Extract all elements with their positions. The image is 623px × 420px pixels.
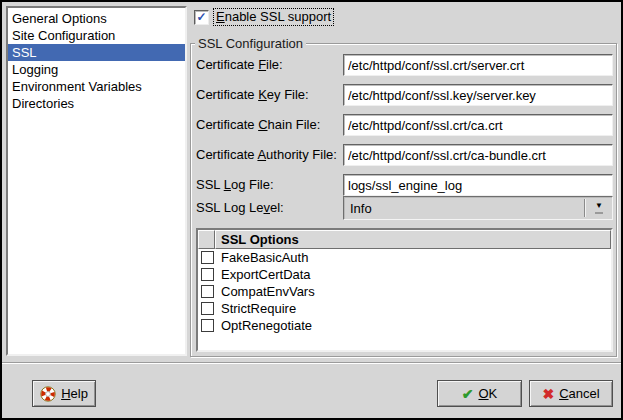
ssl-options-column-header[interactable]: SSL Options bbox=[215, 230, 611, 249]
combo-arrow-button[interactable]: ▼ bbox=[586, 202, 612, 214]
combo-grip bbox=[595, 212, 603, 214]
certificate-file-input[interactable] bbox=[343, 54, 613, 76]
table-row-strictrequire[interactable]: StrictRequire bbox=[198, 300, 611, 317]
sidebar-item-logging[interactable]: Logging bbox=[8, 61, 185, 78]
checkmark-icon: ✓ bbox=[196, 11, 206, 23]
certificate-file-label: Certificate File: bbox=[196, 57, 283, 73]
ssl-configuration-group-title: SSL Configuration bbox=[195, 36, 306, 51]
certificate-key-file-input[interactable] bbox=[343, 84, 613, 106]
sidebar-item-ssl[interactable]: SSL bbox=[8, 44, 185, 61]
certificate-key-file-label: Certificate Key File: bbox=[196, 87, 309, 103]
exportcertdata-checkbox[interactable] bbox=[201, 268, 214, 281]
certificate-authority-file-label: Certificate Authority File: bbox=[196, 147, 337, 163]
ssl-log-file-input[interactable] bbox=[343, 174, 613, 196]
ok-button[interactable]: ✔ OK bbox=[437, 380, 522, 407]
ok-button-label: OK bbox=[478, 386, 497, 401]
compatenvvars-checkbox[interactable] bbox=[201, 285, 214, 298]
checkbox-column-header[interactable] bbox=[198, 230, 215, 249]
sidebar-item-site-configuration[interactable]: Site Configuration bbox=[8, 27, 185, 44]
cancel-button-label: Cancel bbox=[559, 386, 599, 401]
table-row-compatenvvars[interactable]: CompatEnvVars bbox=[198, 283, 611, 300]
table-header-row: SSL Options bbox=[198, 230, 611, 249]
httpd-ssl-config-window: General Options Site Configuration SSL L… bbox=[0, 0, 623, 420]
table-row-fakebasicauth[interactable]: FakeBasicAuth bbox=[198, 249, 611, 266]
red-x-icon: ✖ bbox=[542, 387, 554, 401]
cancel-button[interactable]: ✖ Cancel bbox=[529, 380, 613, 407]
certificate-chain-file-label: Certificate Chain File: bbox=[196, 117, 320, 133]
enable-ssl-checkbox-row[interactable]: ✓ Enable SSL support bbox=[194, 8, 334, 26]
ssl-log-level-label: SSL Log Level: bbox=[196, 200, 284, 216]
table-row-optrenegotiate[interactable]: OptRenegotiate bbox=[198, 317, 611, 334]
help-button-label: Help bbox=[61, 386, 88, 401]
enable-ssl-label[interactable]: Enable SSL support bbox=[213, 8, 334, 26]
sidebar-item-environment-variables[interactable]: Environment Variables bbox=[8, 78, 185, 95]
ssl-log-level-selected-value: Info bbox=[344, 201, 584, 216]
help-button[interactable]: Help bbox=[32, 380, 96, 407]
option-label: ExportCertData bbox=[221, 267, 311, 282]
strictrequire-checkbox[interactable] bbox=[201, 302, 214, 315]
option-label: StrictRequire bbox=[221, 301, 296, 316]
lifebuoy-icon bbox=[40, 386, 56, 402]
enable-ssl-checkbox[interactable]: ✓ bbox=[194, 10, 209, 25]
ssl-log-level-dropdown[interactable]: Info ▼ bbox=[343, 196, 613, 220]
sidebar-item-directories[interactable]: Directories bbox=[8, 95, 185, 112]
option-label: FakeBasicAuth bbox=[221, 250, 308, 265]
sidebar-item-general-options[interactable]: General Options bbox=[8, 10, 185, 27]
certificate-authority-file-input[interactable] bbox=[343, 144, 613, 166]
green-check-icon: ✔ bbox=[462, 387, 474, 401]
chevron-down-icon: ▼ bbox=[595, 202, 603, 210]
certificate-chain-file-input[interactable] bbox=[343, 114, 613, 136]
option-label: OptRenegotiate bbox=[221, 318, 312, 333]
fakebasicauth-checkbox[interactable] bbox=[201, 251, 214, 264]
category-list: General Options Site Configuration SSL L… bbox=[6, 6, 187, 356]
option-label: CompatEnvVars bbox=[221, 284, 315, 299]
table-row-exportcertdata[interactable]: ExportCertData bbox=[198, 266, 611, 283]
bottom-separator bbox=[2, 362, 621, 363]
ssl-log-file-label: SSL Log File: bbox=[196, 177, 274, 193]
optrenegotiate-checkbox[interactable] bbox=[201, 319, 214, 332]
ssl-options-table: SSL Options FakeBasicAuth ExportCertData… bbox=[196, 228, 613, 352]
